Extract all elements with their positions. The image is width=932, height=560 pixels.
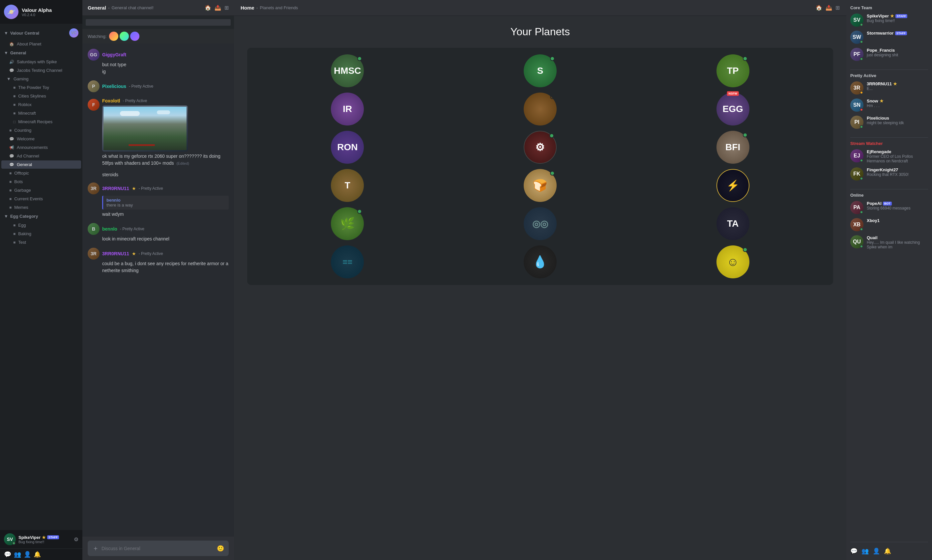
profile-icon[interactable]: 👤	[24, 551, 31, 558]
nav-item-welcome[interactable]: 💬 Welcome	[1, 135, 81, 143]
planet-bfi[interactable]: BFI	[716, 131, 749, 164]
nav-category-general[interactable]: ▼ General	[0, 48, 82, 57]
nav-label: Baking	[18, 231, 31, 236]
nav-item-about-planet[interactable]: 🏠 About Planet	[1, 40, 81, 48]
home-icon[interactable]: 🏠	[205, 5, 211, 11]
user-name: FingerKnight27	[867, 167, 928, 172]
online-dot	[549, 134, 554, 138]
profile-footer-icon[interactable]: 👤	[873, 548, 880, 555]
nav-item-memes[interactable]: ■ Memes	[1, 203, 81, 211]
nav-item-minecraft-recipes[interactable]: □ Minecraft Recipes	[1, 118, 81, 126]
settings-icon[interactable]: ⚙	[74, 536, 79, 543]
nav-item-powder-toy[interactable]: ■ The Powder Toy	[1, 83, 81, 92]
text-channel-icon: ■	[13, 102, 15, 107]
section-title-online: Online	[850, 193, 928, 198]
text-channel-icon: 💬	[9, 162, 14, 167]
scroll-thumb[interactable]	[86, 19, 231, 26]
nav-item-cities-skylines[interactable]: ■ Cities Skylines	[1, 92, 81, 100]
planet-ta[interactable]: TA	[716, 207, 749, 240]
nav-item-general-text[interactable]: 💬 General	[1, 160, 81, 169]
planet-ron[interactable]: RON	[331, 131, 364, 164]
nav-label: The Powder Toy	[18, 85, 49, 90]
app-logo: 🪐	[4, 5, 18, 19]
nav-item-roblox[interactable]: ■ Roblox	[1, 100, 81, 109]
user-item-3rr0rnu11[interactable]: 3R 3RR0RNU11 ★ E...	[850, 82, 928, 95]
planet-lightning[interactable]: ⚡	[716, 169, 749, 202]
planet-s[interactable]: S	[524, 54, 557, 87]
nav-label: Offtopic	[14, 171, 29, 175]
share-icon[interactable]: 📤	[826, 5, 832, 11]
nav-item-jacobs-testing[interactable]: 💬 Jacobs Testing Channel	[1, 66, 81, 74]
planet-smiley[interactable]: ☺	[716, 245, 749, 278]
nav-item-minecraft[interactable]: ■ Minecraft	[1, 109, 81, 117]
user-info: Snow ★ Hm . . .	[867, 98, 928, 108]
planet-egg-nsfw[interactable]: NSFW EGG	[716, 92, 749, 126]
chat-input-box: ＋ 🙂	[88, 540, 229, 556]
msg-avatar: P	[88, 80, 100, 92]
nav-item-bots[interactable]: ■ Bots	[1, 178, 81, 186]
user-item-ejrenegade[interactable]: EJ EjRenegade Former CEO of Los Pollos H…	[850, 149, 928, 163]
chat-icon[interactable]: 💬	[4, 551, 11, 558]
nav-item-offtopic[interactable]: ■ Offtopic	[1, 169, 81, 177]
planet-layers[interactable]: ≡≡	[331, 245, 364, 278]
planet-sphere[interactable]	[524, 92, 557, 126]
user-avatar: PA	[850, 201, 863, 214]
emoji-icon[interactable]: 🙂	[217, 545, 224, 552]
planet-minecraft[interactable]: 🌿	[331, 207, 364, 240]
home-header: Home - Planets and Friends 🏠 📤 ⊞	[234, 0, 846, 16]
nav-label: Saturdays with Spike	[17, 59, 57, 64]
user-item-pixelicious[interactable]: PI Pixelicious might be sleeping idk	[850, 115, 928, 129]
user-info: Stormwarrior STAFF	[867, 31, 928, 35]
text-channel-icon: ■	[13, 111, 15, 115]
planet-gear[interactable]: ⚙	[524, 131, 557, 164]
nav-item-current-events[interactable]: ■ Current Events	[1, 195, 81, 203]
members-icon[interactable]: 👥	[14, 551, 21, 558]
planet-tp[interactable]: TP	[716, 54, 749, 87]
nav-item-baking[interactable]: ■ Baking	[1, 229, 81, 238]
nav-category-egg[interactable]: ▼ Egg Category	[0, 212, 82, 221]
message-group: 3R 3RR0RNU11 ★ - Pretty Active bennlo th…	[82, 181, 234, 219]
chat-footer-icon[interactable]: 💬	[850, 548, 858, 555]
msg-status: - Pretty Active	[129, 84, 153, 89]
nav-item-announcements[interactable]: 📢 Announcements	[1, 143, 81, 152]
nav-item-counting[interactable]: ■ Counting	[1, 126, 81, 134]
planet-hmsc[interactable]: HMSC	[331, 54, 364, 87]
planet-ir[interactable]: IR	[331, 92, 364, 126]
message-header: Foxolotl - Pretty Active	[102, 98, 229, 103]
nav-item-ad-channel[interactable]: 💬 Ad Channel	[1, 152, 81, 160]
online-dot	[550, 95, 555, 99]
grid-icon[interactable]: ⊞	[835, 5, 840, 11]
nav-item-test[interactable]: ■ Test	[1, 238, 81, 246]
user-item-pope-francis[interactable]: PF Pope_Francis just designing shit	[850, 48, 928, 61]
user-item-popeai[interactable]: PA PopeAI BOT Storing 66940 messages	[850, 201, 928, 214]
message-input[interactable]	[102, 546, 214, 551]
home-icon[interactable]: 🏠	[816, 5, 822, 11]
user-item-fingerknight27[interactable]: FK FingerKnight27 Rocking that RTX 3050!	[850, 167, 928, 180]
server-name-header[interactable]: ▼ Valour Central VC	[0, 26, 82, 40]
planet-t[interactable]: T	[331, 169, 364, 202]
planet-drop[interactable]: 💧	[524, 245, 557, 278]
user-item-snow[interactable]: SN Snow ★ Hm . . .	[850, 98, 928, 112]
nav-item-saturdays-spike[interactable]: 🔊 Saturdays with Spike	[1, 58, 81, 66]
edited-tag: (Edited)	[176, 162, 189, 165]
nav-item-garbage[interactable]: ■ Garbage	[1, 186, 81, 194]
notifications-icon[interactable]: 🔔	[34, 551, 41, 558]
user-item-spikeviper[interactable]: SV SpikeViper ★ STAFF Bug fixing time!!	[850, 14, 928, 27]
grid-icon[interactable]: ⊞	[225, 5, 229, 11]
add-attachment-icon[interactable]: ＋	[92, 544, 99, 553]
members-icon[interactable]: 📤	[214, 5, 221, 11]
message-group: steroids	[82, 171, 234, 178]
nav-category-gaming[interactable]: ▼ Gaming	[1, 75, 81, 83]
user-item-quail[interactable]: QU Quail Hey..... Im quail I like watchi…	[850, 235, 928, 249]
user-item-xboy1[interactable]: XB Xboy1	[850, 218, 928, 231]
members-footer-icon[interactable]: 👥	[861, 548, 869, 555]
user-info: Pixelicious might be sleeping idk	[867, 115, 928, 125]
planet-signal[interactable]: ◎◎	[524, 207, 557, 240]
nav-item-egg[interactable]: ■ Egg	[1, 221, 81, 229]
planet-bread[interactable]: 🍞	[524, 169, 557, 202]
msg-username: GiggyGraft	[102, 52, 126, 57]
notifications-footer-icon[interactable]: 🔔	[884, 548, 891, 555]
user-item-stormwarrior[interactable]: SW Stormwarrior STAFF	[850, 31, 928, 44]
user-name: Pope_Francis	[867, 48, 928, 53]
image-embed: FPS:56	[102, 105, 188, 152]
